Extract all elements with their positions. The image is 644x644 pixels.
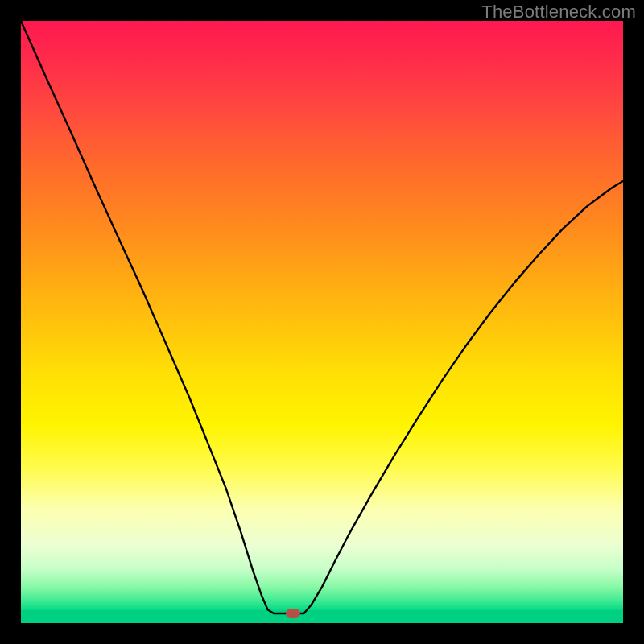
chart-frame: TheBottleneck.com: [0, 0, 644, 644]
bottleneck-curve: [21, 21, 623, 623]
watermark-text: TheBottleneck.com: [481, 2, 636, 23]
plot-area: [21, 21, 623, 623]
optimum-marker: [286, 609, 300, 618]
